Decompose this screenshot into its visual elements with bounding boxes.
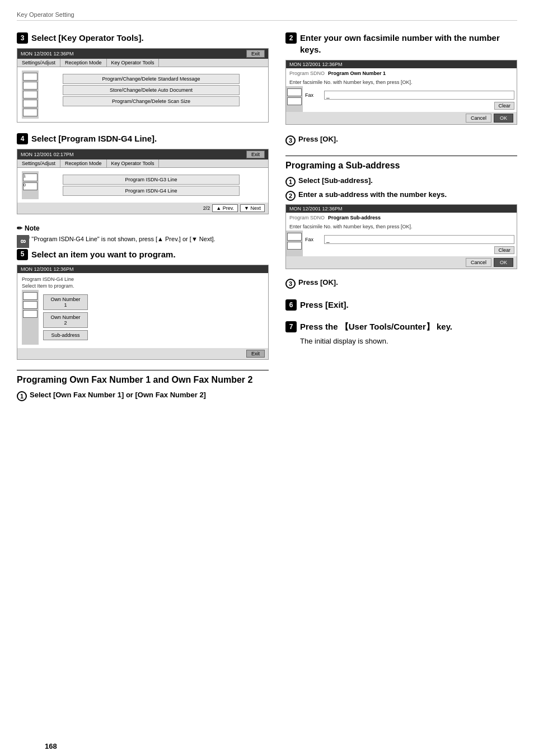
ok-btn[interactable]: OK	[494, 114, 513, 123]
screen3-content: Program ISDN-G4 Line Select Item to prog…	[17, 273, 268, 348]
screen1-exit-btn[interactable]: Exit	[246, 50, 265, 58]
s3-left-btn-1[interactable]	[23, 292, 38, 300]
sidebar-number: 8	[17, 235, 29, 248]
next-btn[interactable]: ▼ Next	[240, 204, 265, 212]
screen3: MON 12/2001 12:36PM Program ISDN-G4 Line…	[17, 265, 269, 360]
btn-own-number-2[interactable]: Own Number 2	[43, 312, 88, 328]
left-btn-1[interactable]	[23, 73, 38, 81]
fax-input[interactable]	[324, 91, 514, 100]
sub-left-btn-1[interactable]	[287, 233, 302, 241]
sub-screen-instruction: Enter facsimile No. with Number keys, th…	[286, 223, 517, 231]
sub-step3-num: 3	[285, 279, 296, 289]
right-step3-block: 3 Press [OK].	[285, 135, 517, 145]
left-btn-3[interactable]	[23, 91, 38, 98]
s3-left-btn-2[interactable]	[23, 301, 38, 309]
step5-number: 5	[17, 249, 28, 260]
screen2-nav: 2/2 ▲ Prev. ▼ Next	[17, 203, 268, 214]
screen1-content: Program/Change/Delete Standard Message S…	[17, 67, 268, 122]
r1-left-btn-1[interactable]	[287, 88, 302, 96]
btn-own-number-1[interactable]: Own Number 1	[43, 294, 88, 310]
screen2-tab-settings[interactable]: Settings/Adjust	[17, 159, 60, 167]
screen2-main: 1 0 Program ISDN-G3 Line Program ISDN-G4…	[22, 171, 264, 199]
step7-label: Press the 【User Tools/Counter】 key.	[300, 321, 452, 332]
sub-screen-header: MON 12/2001 12:36PM	[286, 205, 517, 213]
screen3-nav: Exit	[17, 348, 268, 359]
sub-ok-btn[interactable]: OK	[494, 258, 513, 267]
screen2-exit-btn[interactable]: Exit	[246, 151, 265, 158]
step3-number: 3	[17, 32, 28, 44]
step5-label: Select an item you want to program.	[31, 248, 176, 260]
left-btn-2[interactable]	[23, 82, 38, 90]
s3-left-btn-3[interactable]	[23, 310, 38, 318]
sub-section-title: Programing a Sub-address	[285, 161, 517, 171]
sub-program-label: Program SDNO	[289, 215, 325, 220]
screen3-exit-btn[interactable]: Exit	[246, 350, 265, 358]
cancel-btn[interactable]: Cancel	[466, 114, 491, 123]
sub-address-label: Program Sub-address	[328, 215, 381, 220]
tab-settings-adjust[interactable]: Settings/Adjust	[17, 59, 60, 67]
right-step3-heading: 3 Press [OK].	[285, 135, 517, 145]
screen1: MON 12/2001 12:36PM Exit Settings/Adjust…	[17, 48, 269, 123]
right-step3-label: Press [OK].	[298, 135, 338, 143]
menu-item-3[interactable]: Program/Change/Delete Scan Size	[63, 96, 239, 106]
page-wrapper: Key Operator Setting 3 Select [Key Opera…	[17, 11, 517, 756]
sub-screen-info: Program SDNO Program Sub-address	[286, 213, 517, 223]
sub-clear-btn[interactable]: Clear	[494, 246, 514, 254]
sub-step1-heading: 1 Select [Sub-address].	[285, 176, 517, 187]
left-btn-5[interactable]	[23, 109, 38, 116]
sub-step1-num: 1	[285, 177, 296, 187]
menu-program-g4[interactable]: Program ISDN-G4 Line	[63, 186, 239, 196]
right-step2-label: Enter your own facsimile number with the…	[300, 32, 517, 55]
right-screen1-left-panel	[286, 86, 303, 112]
right-step2-heading: 2 Enter your own facsimile number with t…	[285, 32, 517, 55]
s2-left-btn-1[interactable]: 1	[23, 173, 38, 181]
sub-fax-label: Fax	[305, 237, 322, 242]
clear-btn[interactable]: Clear	[494, 102, 514, 110]
sub-step3-heading: 3 Press [OK].	[285, 278, 517, 289]
sub-screen-left-panel	[286, 231, 303, 256]
step6-label: Press [Exit].	[300, 299, 349, 311]
divider-sub	[285, 156, 517, 156]
own-fax-step1-num: 1	[17, 391, 27, 401]
menu-item-1[interactable]: Program/Change/Delete Standard Message	[63, 74, 239, 84]
s2-left-btn-2[interactable]: 0	[23, 182, 38, 190]
right-screen1-info: Program SDNO Program Own Number 1	[286, 68, 517, 78]
tab-reception-mode[interactable]: Reception Mode	[60, 59, 107, 67]
btn-sub-address[interactable]: Sub-address	[43, 330, 88, 340]
prev-btn[interactable]: ▲ Prev.	[212, 204, 238, 212]
note-icon: ✏	[17, 224, 22, 232]
clear-row: Clear	[305, 102, 514, 110]
step6-block: 6 Press [Exit].	[285, 299, 517, 311]
own-fax-section: Programing Own Fax Number 1 and Own Fax …	[17, 375, 269, 401]
screen3-header: MON 12/2001 12:36PM	[17, 265, 268, 273]
right-screen1-header: MON 12/2001 12:36PM	[286, 60, 517, 68]
note-text: ☐ If "Program ISDN-G4 Line" is not shown…	[17, 234, 269, 244]
screen3-buttons: Own Number 1 Own Number 2 Sub-address	[41, 292, 261, 342]
screen2-tab-key[interactable]: Key Operator Tools	[107, 159, 160, 167]
note-content: If "Program ISDN-G4 Line" is not shown, …	[26, 236, 216, 242]
own-fax-title: Programing Own Fax Number 1 and Own Fax …	[17, 375, 269, 385]
right-screen1-input-area: Fax Clear	[303, 86, 517, 112]
screen2: MON 12/2001 02:17PM Exit Settings/Adjust…	[17, 149, 269, 214]
right-step3-num: 3	[285, 135, 296, 145]
menu-item-2[interactable]: Store/Change/Delete Auto Document	[63, 85, 239, 95]
own-number-label: Program Own Number 1	[328, 71, 386, 76]
page-number: 168	[45, 742, 57, 750]
right-screen1-bottom: Cancel OK	[286, 112, 517, 124]
tab-key-operator-tools[interactable]: Key Operator Tools	[107, 59, 160, 67]
note-title: ✏ Note	[17, 224, 269, 232]
menu-program-g3[interactable]: Program ISDN-G3 Line	[63, 175, 239, 185]
r1-left-btn-2[interactable]	[287, 97, 302, 105]
left-btn-4[interactable]	[23, 100, 38, 107]
sub-step2-num: 2	[285, 191, 296, 201]
sub-fax-input[interactable]	[324, 235, 514, 244]
sub-left-btn-2[interactable]	[287, 242, 302, 250]
sub-cancel-btn[interactable]: Cancel	[466, 258, 491, 267]
screen1-status: MON 12/2001 12:36PM	[21, 51, 74, 57]
screen2-tab-reception[interactable]: Reception Mode	[60, 159, 107, 167]
screen2-status: MON 12/2001 02:17PM	[21, 152, 74, 157]
sub-step2-heading: 2 Enter a sub-address with the number ke…	[285, 190, 517, 201]
sub-screen-bottom: Cancel OK	[286, 256, 517, 269]
note-box: ✏ Note ☐ If "Program ISDN-G4 Line" is no…	[17, 224, 269, 244]
step4-number: 4	[17, 133, 28, 144]
